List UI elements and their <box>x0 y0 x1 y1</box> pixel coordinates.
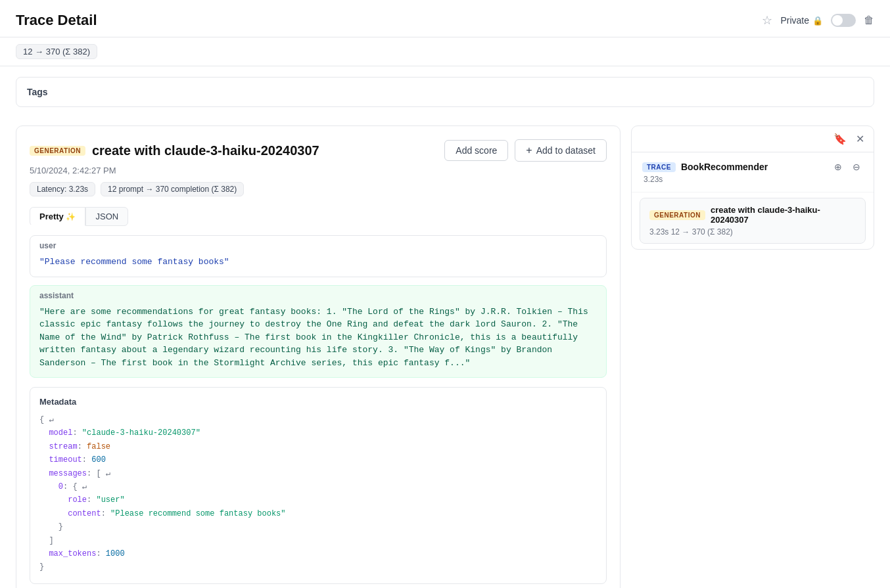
generation-actions: Add score + Add to dataset <box>444 139 607 162</box>
trace-row: TRACE BookRecommender ⊕ ⊖ <box>642 160 863 173</box>
tags-section: Tags <box>16 77 874 107</box>
metadata-title: Metadata <box>39 397 597 407</box>
user-message-content: "Please recommend some fantasy books" <box>30 253 606 277</box>
generation-trace-item: GENERATION create with claude-3-haiku-20… <box>640 198 866 244</box>
trash-icon[interactable]: 🗑 <box>864 14 874 26</box>
private-label: Private 🔒 <box>780 15 823 26</box>
add-dataset-button[interactable]: + Add to dataset <box>515 139 607 162</box>
tags-label: Tags <box>27 87 48 97</box>
trace-time: 3.23s <box>642 175 863 184</box>
latency-badge: Latency: 3.23s <box>30 182 95 196</box>
metadata-code: { ↵ model: "claude-3-haiku-20240307" str… <box>39 413 597 574</box>
right-panel-header: 🔖 ✕ <box>632 126 874 152</box>
add-circle-btn[interactable]: ⊕ <box>831 160 845 173</box>
generation-name: create with claude-3-haiku-20240307 <box>92 143 319 158</box>
trace-item: TRACE BookRecommender ⊕ ⊖ 3.23s <box>632 152 874 192</box>
user-message-block: user "Please recommend some fantasy book… <box>30 235 607 277</box>
right-panel: 🔖 ✕ TRACE BookRecommender ⊕ ⊖ 3.23s <box>631 125 874 250</box>
header-actions: ☆ Private 🔒 🗑 <box>762 13 874 28</box>
generation-trace-name: create with claude-3-haiku-20240307 <box>711 205 856 225</box>
plus-icon: + <box>526 145 532 156</box>
generation-trace-meta: 3.23s 12 → 370 (Σ 382) <box>649 227 856 237</box>
assistant-message-block: assistant "Here are some recommendations… <box>30 285 607 378</box>
generation-trace-row: GENERATION create with claude-3-haiku-20… <box>649 205 856 225</box>
generation-header: GENERATION create with claude-3-haiku-20… <box>30 139 607 162</box>
assistant-message-content: "Here are some recommendations for great… <box>30 303 606 378</box>
close-icon-btn[interactable]: ✕ <box>853 131 867 147</box>
private-toggle[interactable] <box>831 14 856 27</box>
trace-badge: TRACE <box>642 162 676 172</box>
generation-trace-badge: GENERATION <box>649 210 705 220</box>
generation-title-row: GENERATION create with claude-3-haiku-20… <box>30 143 319 158</box>
bookmark-icon-btn[interactable]: 🔖 <box>831 131 849 147</box>
sub-header: 12 → 370 (Σ 382) <box>0 37 890 66</box>
generation-timestamp: 5/10/2024, 2:42:27 PM <box>30 166 607 175</box>
left-panel: GENERATION create with claude-3-haiku-20… <box>16 125 621 588</box>
tokens-badge: 12 prompt → 370 completion (Σ 382) <box>101 182 244 196</box>
close-icon: ✕ <box>856 133 864 145</box>
add-circle-icon: ⊕ <box>834 162 842 172</box>
user-role-label: user <box>30 236 606 253</box>
page-title: Trace Detail <box>16 12 97 29</box>
assistant-role-label: assistant <box>30 286 606 303</box>
meta-badges: Latency: 3.23s 12 prompt → 370 completio… <box>30 182 607 196</box>
bookmark-icon: 🔖 <box>833 133 847 145</box>
tab-json[interactable]: JSON <box>85 207 128 226</box>
main-content: GENERATION create with claude-3-haiku-20… <box>0 118 890 588</box>
generation-badge: GENERATION <box>30 146 85 156</box>
lock-icon: 🔒 <box>812 16 823 26</box>
sparkle-icon: ✨ <box>66 212 76 221</box>
add-score-button[interactable]: Add score <box>444 140 508 161</box>
metadata-block: Metadata { ↵ model: "claude-3-haiku-2024… <box>30 387 607 584</box>
page-header: Trace Detail ☆ Private 🔒 🗑 <box>0 0 890 37</box>
token-info-badge: 12 → 370 (Σ 382) <box>16 44 97 59</box>
remove-circle-btn[interactable]: ⊖ <box>850 160 863 173</box>
tab-pretty[interactable]: Pretty ✨ <box>30 207 85 226</box>
view-tabs: Pretty ✨ JSON <box>30 207 607 226</box>
star-icon[interactable]: ☆ <box>762 13 772 28</box>
trace-name: BookRecommender <box>681 162 768 172</box>
remove-circle-icon: ⊖ <box>853 162 860 172</box>
